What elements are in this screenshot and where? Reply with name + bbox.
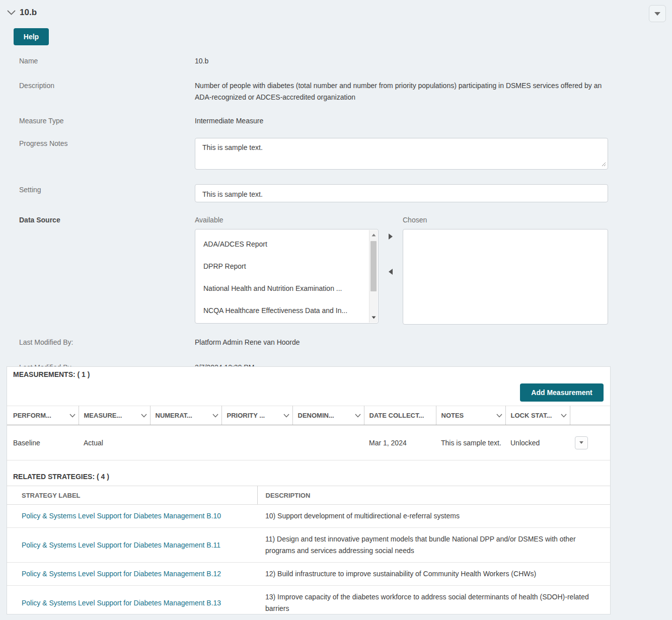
- chevron-down-icon[interactable]: [212, 414, 218, 418]
- available-option[interactable]: National Health and Nutrition Examinatio…: [196, 277, 368, 299]
- column-measure[interactable]: MEASURE...: [79, 406, 150, 425]
- scrollbar-thumb[interactable]: [370, 241, 377, 291]
- measure-type-row: Measure Type Intermediate Measure: [0, 115, 672, 127]
- cell-notes: This is sample text.: [436, 425, 505, 460]
- strategy-description: 11) Design and test innovative payment m…: [257, 528, 610, 563]
- strategy-link[interactable]: Policy & Systems Level Support for Diabe…: [22, 541, 220, 549]
- move-right-icon[interactable]: [388, 233, 393, 240]
- column-description: DESCRIPTION: [257, 486, 610, 505]
- available-listbox[interactable]: ADA/ADCES Report DPRP Report National He…: [195, 229, 379, 324]
- last-modified-by-label: Last Modified By:: [0, 337, 195, 348]
- strategy-row: Policy & Systems Level Support for Diabe…: [7, 586, 610, 620]
- measure-detail-page: 10.b Help Name 10.b Description Number o…: [0, 0, 672, 620]
- header-dropdown-button[interactable]: [649, 5, 666, 22]
- chevron-down-icon[interactable]: [283, 414, 289, 418]
- available-option[interactable]: ADA/ADCES Report: [196, 233, 368, 255]
- scroll-up-icon[interactable]: [369, 231, 378, 239]
- strategy-description: 13) Improve capacity of the diabetes wor…: [257, 586, 610, 620]
- progress-notes-textarea[interactable]: This is sample text.: [195, 138, 608, 170]
- chevron-down-icon[interactable]: [496, 414, 502, 418]
- chevron-down-icon[interactable]: [561, 414, 567, 418]
- progress-notes-row: Progress Notes This is sample text.: [0, 138, 672, 173]
- page-title: 10.b: [20, 8, 37, 18]
- cell-performance: Baseline: [7, 425, 79, 460]
- caret-down-icon: [654, 12, 661, 16]
- caret-down-icon: [579, 441, 584, 444]
- available-option[interactable]: DPRP Report: [196, 255, 368, 277]
- measurements-table: PERFORM... MEASURE... NUMERAT... PRIORIT…: [7, 406, 610, 460]
- setting-row: Setting: [0, 184, 672, 202]
- column-strategy-label: STRATEGY LABEL: [7, 486, 257, 505]
- measurements-panel: MEASUREMENTS: ( 1 ) Add Measurement PERF…: [7, 366, 611, 614]
- related-strategies-table: STRATEGY LABEL DESCRIPTION Policy & Syst…: [7, 486, 610, 620]
- strategies-header-row: STRATEGY LABEL DESCRIPTION: [7, 486, 610, 505]
- cell-priority: [221, 425, 292, 460]
- data-source-label: Data Source: [0, 214, 195, 325]
- measurements-header-row: PERFORM... MEASURE... NUMERAT... PRIORIT…: [7, 406, 610, 425]
- name-label: Name: [0, 55, 195, 67]
- strategy-row: Policy & Systems Level Support for Diabe…: [7, 563, 610, 586]
- strategy-row: Policy & Systems Level Support for Diabe…: [7, 505, 610, 528]
- scroll-down-icon[interactable]: [369, 314, 378, 322]
- progress-notes-label: Progress Notes: [0, 138, 195, 173]
- collapse-chevron-icon[interactable]: [7, 10, 16, 16]
- chevron-down-icon[interactable]: [355, 414, 361, 418]
- move-left-icon[interactable]: [388, 268, 393, 275]
- strategy-description: 10) Support development of multidirectio…: [257, 505, 610, 528]
- column-numerator[interactable]: NUMERAT...: [150, 406, 221, 425]
- cell-measure: Actual: [79, 425, 150, 460]
- chosen-label: Chosen: [403, 214, 608, 226]
- measurement-row: Baseline Actual Mar 1, 2024 This is samp…: [7, 425, 610, 460]
- column-performance[interactable]: PERFORM...: [7, 406, 79, 425]
- measure-type-label: Measure Type: [0, 115, 195, 127]
- cell-actions: [570, 425, 610, 460]
- available-label: Available: [195, 214, 379, 226]
- strategy-row: Policy & Systems Level Support for Diabe…: [7, 528, 610, 563]
- measure-type-value: Intermediate Measure: [195, 115, 608, 127]
- chosen-listbox[interactable]: [403, 229, 608, 325]
- add-measurement-button[interactable]: Add Measurement: [520, 383, 604, 402]
- column-actions: [570, 406, 610, 425]
- name-row: Name 10.b: [0, 55, 672, 67]
- last-modified-by-value: Platform Admin Rene van Hoorde: [195, 337, 608, 348]
- strategy-link[interactable]: Policy & Systems Level Support for Diabe…: [22, 599, 221, 607]
- column-denominator[interactable]: DENOMIN...: [292, 406, 364, 425]
- cell-denominator: [292, 425, 364, 460]
- measurements-section-title: MEASUREMENTS: ( 1 ): [7, 367, 610, 378]
- cell-date-collected: Mar 1, 2024: [364, 425, 436, 460]
- column-lock-status[interactable]: LOCK STAT...: [505, 406, 570, 425]
- description-value: Number of people with diabetes (total nu…: [195, 80, 608, 103]
- related-strategies-section-title: RELATED STRATEGIES: ( 4 ): [7, 460, 610, 486]
- column-date-collected[interactable]: DATE COLLECT...: [364, 406, 436, 425]
- strategy-link[interactable]: Policy & Systems Level Support for Diabe…: [22, 570, 221, 578]
- cell-lock-status: Unlocked: [505, 425, 570, 460]
- name-value: 10.b: [195, 55, 608, 67]
- setting-label: Setting: [0, 184, 195, 202]
- row-dropdown-button[interactable]: [575, 436, 588, 449]
- chevron-down-icon[interactable]: [141, 414, 147, 418]
- data-source-row: Data Source Available ADA/ADCES Report D…: [0, 214, 672, 325]
- help-button[interactable]: Help: [14, 28, 49, 45]
- strategy-link[interactable]: Policy & Systems Level Support for Diabe…: [22, 512, 221, 520]
- available-option[interactable]: NCQA Healthcare Effectiveness Data and I…: [196, 299, 368, 322]
- available-scrollbar[interactable]: [369, 230, 378, 323]
- strategy-description: 12) Build infrastructure to improve sust…: [257, 563, 610, 586]
- description-row: Description Number of people with diabet…: [0, 80, 672, 103]
- last-modified-by-row: Last Modified By: Platform Admin Rene va…: [0, 337, 672, 348]
- setting-input[interactable]: [195, 184, 608, 202]
- measure-form: Name 10.b Description Number of people w…: [0, 45, 672, 373]
- page-header: 10.b: [0, 6, 672, 19]
- column-priority[interactable]: PRIORITY ...: [221, 406, 292, 425]
- cell-numerator: [150, 425, 221, 460]
- chevron-down-icon[interactable]: [69, 414, 76, 418]
- description-label: Description: [0, 80, 195, 103]
- column-notes[interactable]: NOTES: [436, 406, 505, 425]
